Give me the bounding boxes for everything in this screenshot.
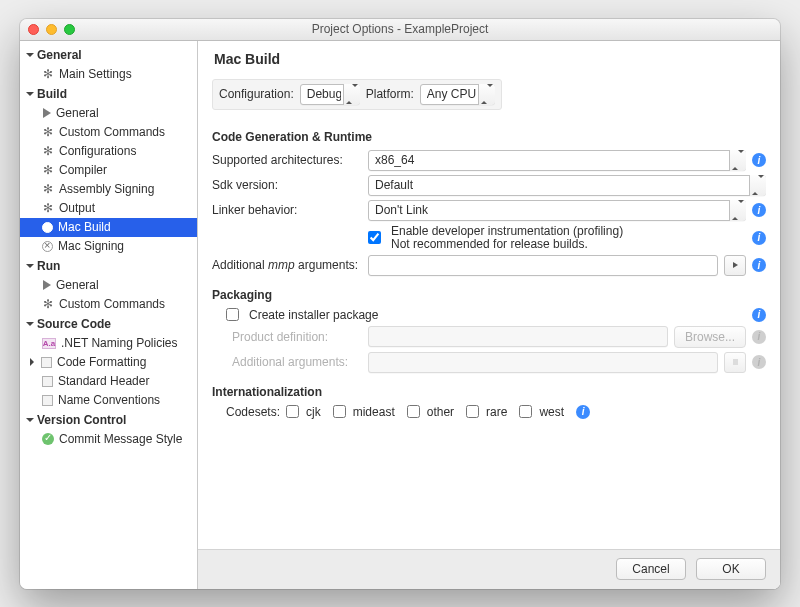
info-icon[interactable]: [576, 405, 590, 419]
mmp-label: Additional mmp arguments:: [212, 258, 362, 272]
box-icon: [42, 376, 53, 387]
tree-item-build-general[interactable]: General: [20, 104, 197, 123]
pkg-args-label: Additional arguments:: [212, 355, 362, 369]
gear-icon: [42, 298, 54, 310]
linker-select[interactable]: [368, 200, 746, 221]
arch-label: Supported architectures:: [212, 153, 362, 167]
product-def-input: [368, 326, 668, 347]
profiling-checkbox[interactable]: [368, 231, 381, 244]
section-intl: Internationalization: [212, 385, 766, 399]
info-icon[interactable]: [752, 203, 766, 217]
gear-icon: [42, 68, 54, 80]
browse-button: Browse...: [674, 326, 746, 348]
codesets-group: cjk mideast other rare west: [286, 405, 590, 419]
circle-x-icon: [42, 241, 53, 252]
gear-icon: [42, 126, 54, 138]
check-icon: [42, 433, 54, 445]
info-icon: [752, 355, 766, 369]
tree-item-naming-policies[interactable]: A.a.NET Naming Policies: [20, 334, 197, 353]
pkg-args-run-button: [724, 352, 746, 373]
gear-icon: [42, 183, 54, 195]
section-codegen: Code Generation & Runtime: [212, 130, 766, 144]
window-title: Project Options - ExampleProject: [20, 22, 780, 36]
tree-item-compiler[interactable]: Compiler: [20, 161, 197, 180]
platform-label: Platform:: [366, 87, 414, 101]
product-def-label: Product definition:: [212, 330, 362, 344]
codesets-label: Codesets:: [226, 405, 280, 419]
codeset-mideast[interactable]: mideast: [333, 405, 395, 419]
tree-item-commit-style[interactable]: Commit Message Style: [20, 430, 197, 449]
configuration-label: Configuration:: [219, 87, 294, 101]
platform-select[interactable]: [420, 84, 495, 105]
tree-item-standard-header[interactable]: Standard Header: [20, 372, 197, 391]
tree-item-output[interactable]: Output: [20, 199, 197, 218]
configuration-select[interactable]: [300, 84, 360, 105]
arch-select[interactable]: [368, 150, 746, 171]
info-icon: [752, 330, 766, 344]
tree-item-main-settings[interactable]: Main Settings: [20, 65, 197, 84]
play-icon: [43, 108, 51, 118]
codeset-cjk[interactable]: cjk: [286, 405, 321, 419]
play-icon: [43, 280, 51, 290]
codeset-other[interactable]: other: [407, 405, 454, 419]
cancel-button[interactable]: Cancel: [616, 558, 686, 580]
titlebar[interactable]: Project Options - ExampleProject: [20, 19, 780, 41]
info-icon[interactable]: [752, 308, 766, 322]
tree-item-assembly-signing[interactable]: Assembly Signing: [20, 180, 197, 199]
aa-icon: A.a: [42, 338, 56, 349]
page-title: Mac Build: [214, 51, 766, 67]
project-options-window: Project Options - ExampleProject General…: [20, 19, 780, 589]
ok-button[interactable]: OK: [696, 558, 766, 580]
tree-item-name-conventions[interactable]: Name Conventions: [20, 391, 197, 410]
tree-group-build[interactable]: Build: [20, 84, 197, 104]
section-packaging: Packaging: [212, 288, 766, 302]
tree-group-source[interactable]: Source Code: [20, 314, 197, 334]
dialog-footer: Cancel OK: [198, 549, 780, 589]
box-icon: [41, 357, 52, 368]
tree-group-run[interactable]: Run: [20, 256, 197, 276]
info-icon[interactable]: [752, 258, 766, 272]
info-icon[interactable]: [752, 231, 766, 245]
info-icon[interactable]: [752, 153, 766, 167]
category-tree[interactable]: General Main Settings Build General Cust…: [20, 41, 198, 589]
pkg-args-input: [368, 352, 718, 373]
tree-item-run-general[interactable]: General: [20, 276, 197, 295]
create-installer-checkbox[interactable]: [226, 308, 239, 321]
tree-item-configurations[interactable]: Configurations: [20, 142, 197, 161]
codeset-west[interactable]: west: [519, 405, 564, 419]
tree-item-mac-signing[interactable]: Mac Signing: [20, 237, 197, 256]
gear-icon: [42, 202, 54, 214]
codeset-rare[interactable]: rare: [466, 405, 507, 419]
mmp-input[interactable]: [368, 255, 718, 276]
circle-x-icon: [42, 222, 53, 233]
linker-label: Linker behavior:: [212, 203, 362, 217]
sdk-label: Sdk version:: [212, 178, 362, 192]
create-installer-label: Create installer package: [249, 308, 378, 322]
tree-item-custom-commands[interactable]: Custom Commands: [20, 123, 197, 142]
tree-item-run-custom[interactable]: Custom Commands: [20, 295, 197, 314]
gear-icon: [42, 164, 54, 176]
box-icon: [42, 395, 53, 406]
mmp-run-button[interactable]: [724, 255, 746, 276]
config-toolbar: Configuration: Platform:: [212, 79, 502, 110]
settings-panel: Mac Build Configuration: Platform: Code …: [198, 41, 780, 589]
profiling-label: Enable developer instrumentation (profil…: [391, 225, 623, 251]
tree-group-vc[interactable]: Version Control: [20, 410, 197, 430]
gear-icon: [42, 145, 54, 157]
tree-item-mac-build[interactable]: Mac Build: [20, 218, 197, 237]
sdk-select[interactable]: [368, 175, 766, 196]
tree-group-general[interactable]: General: [20, 45, 197, 65]
tree-item-code-formatting[interactable]: Code Formatting: [20, 353, 197, 372]
